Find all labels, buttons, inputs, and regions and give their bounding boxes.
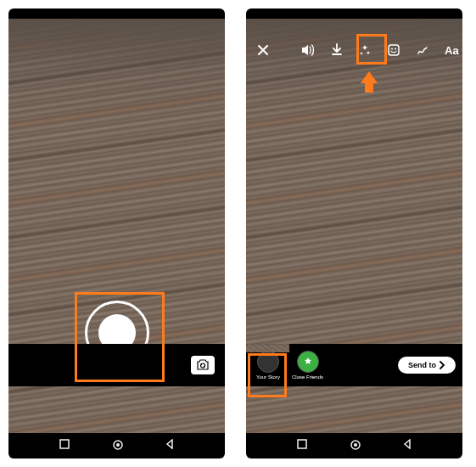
- send-to-label: Send to: [408, 361, 436, 369]
- svg-point-5: [391, 48, 393, 50]
- camera-capture-screen: [8, 8, 225, 459]
- chevron-right-icon: [439, 361, 445, 369]
- nav-recent-icon[interactable]: [59, 439, 70, 449]
- star-icon: [297, 351, 319, 373]
- android-nav-bar: [8, 433, 225, 455]
- camera-bottom-bar: [8, 344, 225, 386]
- download-icon[interactable]: [331, 42, 343, 59]
- nav-home-icon[interactable]: [350, 439, 360, 449]
- svg-point-6: [395, 48, 396, 50]
- nav-back-icon[interactable]: [402, 439, 412, 449]
- send-to-button[interactable]: Send to: [398, 357, 456, 374]
- close-friends-label: Close Friends: [292, 374, 323, 380]
- svg-rect-1: [60, 440, 69, 448]
- android-nav-bar: [246, 433, 462, 455]
- close-friends-button[interactable]: Close Friends: [292, 351, 323, 380]
- sticker-icon[interactable]: [387, 42, 400, 59]
- your-story-label: Your Story: [256, 374, 280, 380]
- story-preview: Aa Your Story Close Fri: [246, 19, 462, 433]
- draw-icon[interactable]: [416, 42, 429, 59]
- close-icon[interactable]: [256, 42, 270, 59]
- sound-icon[interactable]: [300, 42, 316, 59]
- svg-point-9: [354, 443, 357, 447]
- nav-back-icon[interactable]: [165, 439, 175, 449]
- story-bottom-bar: Your Story Close Friends Send to: [246, 344, 462, 386]
- nav-recent-icon[interactable]: [297, 439, 307, 449]
- svg-point-3: [116, 443, 120, 447]
- viewfinder: [8, 19, 225, 433]
- svg-rect-4: [389, 45, 399, 55]
- switch-camera-icon[interactable]: [191, 356, 215, 374]
- effects-icon[interactable]: [358, 42, 372, 59]
- svg-point-0: [201, 363, 205, 368]
- your-story-button[interactable]: Your Story: [253, 351, 283, 380]
- text-tool[interactable]: Aa: [445, 42, 459, 59]
- story-edit-screen: Aa Your Story Close Fri: [246, 8, 462, 459]
- svg-rect-7: [298, 440, 306, 448]
- avatar: [257, 351, 279, 373]
- story-toolbar: Aa: [246, 37, 462, 63]
- nav-home-icon[interactable]: [112, 439, 122, 449]
